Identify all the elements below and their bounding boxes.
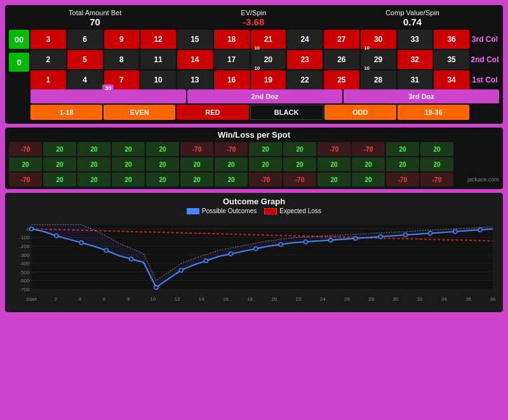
num-cell-12[interactable]: 12 [140,30,176,49]
num-cell-25[interactable]: 25 [324,70,359,89]
wl-cell-r0-c10: -70 [352,142,385,156]
wl-cell-r0-c0: -70 [9,142,42,156]
num-cell-10[interactable]: 10 [140,70,176,89]
wl-cell-r0-c5: -70 [180,142,213,156]
num-cell-11[interactable]: 11 [140,50,176,69]
svg-point-48 [304,240,307,244]
bet-marker-2: 10 [364,45,370,51]
svg-point-49 [329,238,333,242]
num-cell-31[interactable]: 31 [398,70,433,89]
wl-cell-r0-c7: 20 [249,142,282,156]
svg-point-54 [453,230,457,233]
bet-odd[interactable]: ODD [324,105,396,120]
num-cell-28[interactable]: 28 [361,70,396,89]
ev-stat: EV/Spin -3.68 [241,9,266,27]
num-cell-24[interactable]: 24 [287,30,323,49]
svg-point-45 [229,252,233,256]
num-cell-36[interactable]: 36 [434,30,469,49]
wl-cell-r1-c1: 20 [43,157,76,171]
outcome-graph-svg: 0-100-200-300-400-500-600-700Start246810… [9,217,499,306]
graph-section: Outcome Graph Possible Outcomes Expected… [5,193,503,312]
third-dozen[interactable]: 3rd Doz [344,89,499,103]
dozen-row: 30 2nd Doz 3rd Doz [30,89,499,103]
num-cell-6[interactable]: 6 [67,30,103,49]
num-cell-13[interactable]: 13 [177,70,213,89]
svg-text:26: 26 [344,296,351,302]
svg-text:28: 28 [368,296,375,302]
graph-legend: Possible Outcomes Expected Loss [9,207,499,214]
wl-cell-r2-c1: 20 [43,173,76,187]
num-cell-34[interactable]: 34 [434,70,469,89]
comp-label: Comp Value/Spin [385,9,439,16]
num-cell-35[interactable]: 35 [434,50,469,69]
svg-text:-500: -500 [19,270,30,275]
wl-cell-r1-c5: 20 [180,157,213,171]
svg-text:-400: -400 [19,261,30,266]
ev-label: EV/Spin [241,9,266,16]
wl-cell-r0-c2: 20 [77,142,110,156]
num-cell-32[interactable]: 32 [398,50,433,69]
num-cell-33[interactable]: 33 [398,30,433,49]
svg-text:16: 16 [223,296,229,302]
num-cell-18[interactable]: 18 [214,30,250,49]
svg-point-53 [429,232,432,235]
svg-text:-300: -300 [19,253,30,258]
outside-row: 1-18 EVEN RED BLACK ODD 19-36 [30,105,469,120]
main-container: Total Amount Bet 70 EV/Spin -3.68 Comp V… [0,0,508,317]
winloss-section: Win/Loss per Spot -7020202020-70-702020-… [5,128,503,189]
zero-column: 00 0 [9,30,29,89]
col-label-2nd: 2nd Col [471,50,499,69]
bet-marker-4: 10 [364,65,370,71]
svg-point-40 [104,249,108,253]
wl-table: -7020202020-70-702020-70-702020202020202… [9,142,499,187]
table-area: 00 0 36912151821242730333625811141720232… [9,30,499,89]
bet-red[interactable]: RED [177,105,248,120]
num-cell-26[interactable]: 26 [324,50,359,69]
single-zero[interactable]: 0 [9,53,29,72]
legend-possible-box [187,208,199,214]
num-cell-23[interactable]: 23 [287,50,323,69]
svg-text:12: 12 [174,296,180,302]
wl-cell-r1-c8: 20 [283,157,316,171]
bet-even[interactable]: EVEN [104,105,175,120]
num-cell-27[interactable]: 27 [324,30,359,49]
second-dozen[interactable]: 2nd Doz [187,89,343,103]
svg-point-46 [254,247,258,251]
num-cell-2[interactable]: 2 [30,50,66,69]
num-cell-22[interactable]: 22 [287,70,323,89]
col-label-1st: 1st Col [471,70,499,89]
double-zero[interactable]: 00 [9,30,29,49]
num-cell-5[interactable]: 5 [67,50,103,69]
bet-1-18[interactable]: 1-18 [30,105,102,120]
wl-cell-r1-c10: 20 [352,157,385,171]
num-cell-16[interactable]: 16 [214,70,250,89]
num-cell-14[interactable]: 14 [177,50,213,69]
num-cell-4[interactable]: 4 [67,70,103,89]
ev-value: -3.68 [241,16,266,27]
svg-point-52 [403,233,407,237]
bet-black[interactable]: BLACK [250,105,323,120]
first-dozen[interactable]: 30 [30,89,186,103]
wl-cell-r2-c7: -70 [249,173,282,187]
num-cell-15[interactable]: 15 [177,30,213,49]
num-cell-17[interactable]: 17 [214,50,250,69]
wl-cell-r1-c2: 20 [77,157,110,171]
wl-cell-r2-c10: 20 [352,173,385,187]
svg-text:-200: -200 [19,244,30,249]
num-cell-3[interactable]: 3 [30,30,66,49]
wl-cell-r1-c4: 20 [146,157,179,171]
num-cell-9[interactable]: 9 [104,30,140,49]
wl-cell-r1-c6: 20 [215,157,248,171]
total-bet-stat: Total Amount Bet 70 [69,9,121,27]
svg-text:-700: -700 [19,287,30,292]
legend-possible-label: Possible Outcomes [202,207,257,214]
jackace-label: jackace.com [455,173,499,187]
wl-cell-r1-c11: 20 [386,157,419,171]
legend-expected-box [264,208,277,214]
num-cell-8[interactable]: 8 [104,50,140,69]
svg-point-37 [30,227,34,231]
num-cell-1[interactable]: 1 [30,70,66,89]
num-cell-19[interactable]: 19 [251,70,286,89]
bet-19-36[interactable]: 19-36 [398,105,469,120]
svg-text:22: 22 [296,296,302,302]
